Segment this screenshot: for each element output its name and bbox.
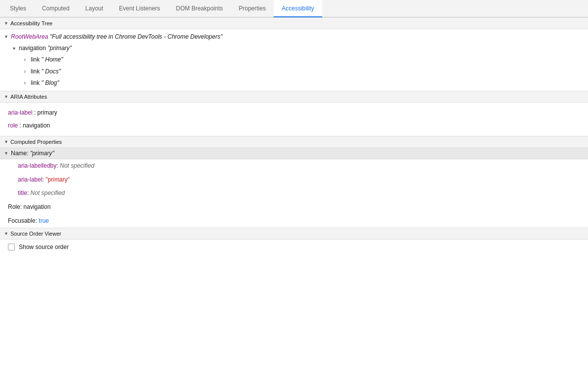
aria-label-computed-row: aria-label : "primary" bbox=[10, 173, 588, 187]
computed-role-row: Role : navigation bbox=[0, 200, 588, 214]
source-order-content: Show source order bbox=[0, 240, 588, 254]
root-web-area-name: "Full accessibility tree in Chrome DevTo… bbox=[50, 32, 223, 42]
aria-labelledby-row: aria-labelledby : Not specified bbox=[10, 159, 588, 173]
link-docs-name: " Docs" bbox=[41, 67, 60, 76]
main-content: ▼ Accessibility Tree RootWebArea "Full a… bbox=[0, 17, 588, 254]
aria-label-row: aria-label : primary bbox=[8, 107, 580, 120]
link-home-arrow[interactable] bbox=[24, 55, 30, 64]
tab-bar: Styles Computed Layout Event Listeners D… bbox=[0, 0, 588, 17]
title-row: title : Not specified bbox=[10, 187, 588, 200]
accessibility-tree-content: RootWebArea "Full accessibility tree in … bbox=[0, 29, 588, 91]
source-order-header[interactable]: ▼ Source Order Viewer bbox=[0, 228, 588, 240]
link-blog-name: " Blog" bbox=[41, 78, 59, 88]
tab-properties[interactable]: Properties bbox=[231, 0, 274, 17]
computed-focusable-label: Focusable bbox=[8, 216, 35, 227]
title-key: title bbox=[18, 188, 27, 199]
computed-role-label: Role bbox=[8, 202, 20, 213]
aria-label-computed-key: aria-label bbox=[18, 175, 42, 186]
tab-accessibility[interactable]: Accessibility bbox=[274, 0, 322, 17]
tab-computed[interactable]: Computed bbox=[34, 0, 77, 17]
root-web-area-type: RootWebArea bbox=[11, 32, 48, 42]
computed-focusable-value: true bbox=[39, 216, 49, 227]
link-docs-arrow[interactable] bbox=[24, 67, 30, 76]
computed-properties-header[interactable]: ▼ Computed Properties bbox=[0, 136, 588, 148]
link-home-row[interactable]: link " Home" bbox=[0, 54, 588, 65]
aria-label-value: : primary bbox=[34, 109, 58, 116]
show-source-order-label: Show source order bbox=[19, 244, 69, 251]
link-blog-type: link bbox=[31, 78, 40, 88]
computed-name-label: Name bbox=[11, 150, 27, 157]
aria-labelledby-value: Not specified bbox=[60, 161, 94, 172]
computed-name-value: "primary" bbox=[30, 150, 55, 157]
aria-attributes-content: aria-label : primary role : navigation bbox=[0, 103, 588, 136]
aria-label-computed-value: "primary" bbox=[46, 175, 70, 186]
tab-dom-breakpoints[interactable]: DOM Breakpoints bbox=[168, 0, 231, 17]
aria-role-key: role bbox=[8, 122, 18, 129]
root-web-area-row[interactable]: RootWebArea "Full accessibility tree in … bbox=[0, 31, 588, 43]
link-blog-row[interactable]: link " Blog" bbox=[0, 77, 588, 89]
accessibility-tree-header[interactable]: ▼ Accessibility Tree bbox=[0, 17, 588, 29]
computed-role-value: navigation bbox=[23, 202, 51, 213]
computed-name-subprops: aria-labelledby : Not specified aria-lab… bbox=[0, 159, 588, 200]
aria-label-key: aria-label bbox=[8, 109, 32, 116]
link-home-type: link bbox=[31, 55, 40, 64]
aria-attributes-header[interactable]: ▼ ARIA Attributes bbox=[0, 91, 588, 103]
tab-styles[interactable]: Styles bbox=[2, 0, 34, 17]
computed-properties-arrow: ▼ bbox=[4, 139, 8, 144]
root-web-area-arrow[interactable] bbox=[4, 33, 10, 40]
accessibility-tree-arrow: ▼ bbox=[4, 21, 8, 26]
computed-name-arrow[interactable] bbox=[4, 151, 10, 156]
navigation-row[interactable]: navigation "primary" bbox=[0, 43, 588, 54]
source-order-arrow: ▼ bbox=[4, 231, 8, 236]
aria-role-row: role : navigation bbox=[8, 120, 580, 132]
title-value: Not specified bbox=[30, 188, 64, 199]
tab-layout[interactable]: Layout bbox=[77, 0, 111, 17]
aria-labelledby-key: aria-labelledby bbox=[18, 161, 57, 172]
link-home-name: " Home" bbox=[41, 55, 63, 64]
computed-focusable-row: Focusable : true bbox=[0, 214, 588, 228]
navigation-name: "primary" bbox=[48, 44, 72, 53]
aria-role-value: : navigation bbox=[19, 122, 50, 129]
computed-name-header-row[interactable]: Name : "primary" bbox=[0, 148, 588, 159]
tab-event-listeners[interactable]: Event Listeners bbox=[111, 0, 168, 17]
show-source-order-checkbox[interactable] bbox=[8, 244, 15, 251]
navigation-type: navigation bbox=[19, 44, 46, 53]
link-blog-arrow[interactable] bbox=[24, 78, 30, 88]
link-docs-type: link bbox=[31, 67, 40, 76]
link-docs-row[interactable]: link " Docs" bbox=[0, 66, 588, 77]
navigation-arrow[interactable] bbox=[12, 45, 18, 52]
aria-attributes-arrow: ▼ bbox=[4, 94, 8, 99]
computed-properties-content: Name : "primary" aria-labelledby : Not s… bbox=[0, 148, 588, 228]
